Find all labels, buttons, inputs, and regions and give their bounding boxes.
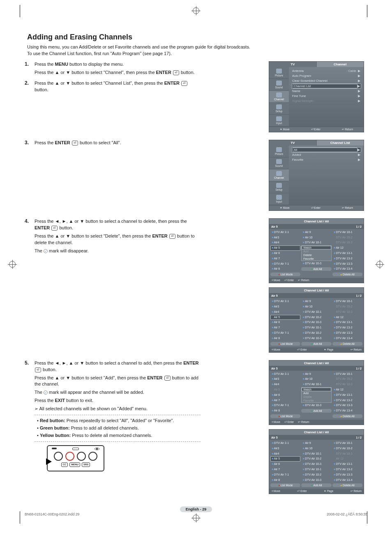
enter-icon: ⏎ — [164, 376, 171, 381]
registration-mark-icon — [193, 7, 199, 14]
doc-timestamp: 2008-02-02 ¿ÀÈÄ 8:50:35 — [327, 512, 367, 516]
step-number: 4. — [25, 218, 35, 256]
intro-text: Using this menu, you can Add/Delete or s… — [27, 44, 290, 57]
step-4: Press the ◄, ►, ▲ or ▼ button to select … — [35, 218, 201, 256]
step-2: Press the ▲ or ▼ button to select "Chann… — [35, 80, 201, 95]
indicator-arrow-icon — [46, 458, 52, 465]
step-number: 2. — [25, 80, 35, 95]
page-number-badge: English - 29 — [180, 506, 212, 512]
step-number: 1. — [25, 61, 35, 78]
check-icon: ✓ — [44, 390, 48, 395]
remote-label: SRS — [82, 462, 90, 467]
step-3: Press the ENTER ⏎ button to select "All"… — [35, 140, 201, 148]
osd-channel-list-deleted: Channel List / All Air 51 / 2 ●DTV Air 2… — [269, 287, 364, 352]
registration-mark-icon — [376, 261, 383, 268]
osd-channel-list-delete-popup: Channel List / All Air 51 / 2 ●DTV Air 2… — [269, 218, 364, 283]
remote-label: MENU — [69, 462, 80, 467]
enter-icon: ⏎ — [181, 81, 187, 86]
step-5: Press the ◄, ►, ▲ or ▼ button to select … — [35, 360, 201, 471]
osd-channel-list-added: Channel List / All Air 51 / 2 ●DTV Air 2… — [269, 429, 364, 494]
enter-icon: ⏎ — [72, 141, 78, 146]
enter-icon: ⏎ — [51, 226, 58, 231]
remote-green-button-icon — [65, 452, 74, 461]
step-number: 3. — [25, 140, 35, 148]
step-1: Press the MENU button to display the men… — [35, 61, 201, 78]
remote-yellow-button-icon — [77, 452, 86, 461]
remote-blue-button-icon — [88, 452, 97, 461]
osd-channel-list-add-popup: Channel List / All Air 51 / 2 ●DTV Air 2… — [269, 360, 364, 425]
step-number: 5. — [25, 360, 35, 471]
remote-diagram: CC MENU SRS — [47, 445, 104, 471]
enter-icon: ⏎ — [35, 367, 41, 372]
check-icon: ✓ — [44, 249, 48, 253]
remote-red-button-icon — [54, 452, 63, 461]
enter-icon: ⏎ — [173, 70, 179, 75]
remote-label: CC — [61, 462, 68, 467]
registration-mark-icon — [9, 261, 16, 268]
osd-channel-menu: TVChannel PictureSoundChannelSetupInputA… — [269, 61, 364, 132]
page-title: Adding and Erasing Channels — [27, 33, 367, 42]
osd-channel-list-menu: TVChannel List PictureSoundChannelSetupI… — [269, 140, 364, 211]
enter-icon: ⏎ — [169, 234, 175, 239]
doc-file-name: BN68-01514C-00Eng-0202.indd 29 — [25, 512, 79, 516]
note: All selected channels will be shown on "… — [35, 406, 201, 412]
